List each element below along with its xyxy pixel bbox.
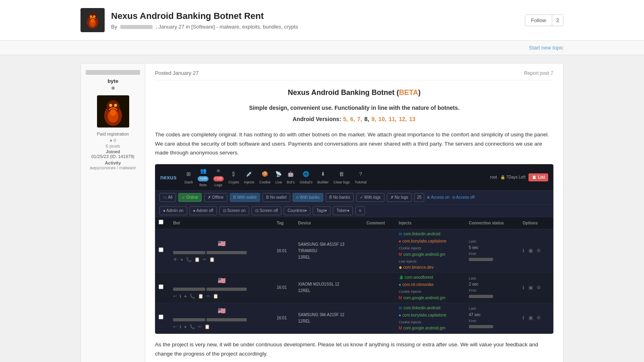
post-sidebar: byte Paid reg <box>81 64 145 362</box>
filter-access-on[interactable]: ⊕ Access on <box>427 194 449 201</box>
col-options: Options <box>519 217 553 229</box>
version-13: 13 <box>409 116 415 122</box>
filter-screen-off[interactable]: ⊡ Screen off <box>252 206 281 215</box>
options-icons[interactable]: ℹ ▣ ⚙ <box>522 315 542 321</box>
row3-connection: Last: 47 sec First: <box>466 303 520 333</box>
col-checkbox <box>155 217 170 229</box>
filter-tags[interactable]: Tags▾ <box>313 206 330 215</box>
row1-comment <box>363 229 395 273</box>
nav-crypto[interactable]: ₿ Crypto <box>229 170 239 185</box>
inject-cookie1: Cookie injects <box>399 245 462 251</box>
row3-tag: 16:01 <box>273 303 295 333</box>
nav-cookie[interactable]: 🍪 Cookie <box>259 170 270 185</box>
nav-clearlogs[interactable]: 🗑 Clear logs <box>334 170 350 185</box>
post-paragraph-1: The codes are completely original. It ha… <box>155 130 553 158</box>
filter-online[interactable]: ✓ Online <box>178 193 202 202</box>
online-indicator <box>111 86 115 90</box>
row1-tag: 16:01 <box>273 229 295 273</box>
nav-dash: ⊞ Dash <box>184 170 193 185</box>
logs-badge: +105 <box>213 176 224 181</box>
inject-nti: com.nti.ntimonike <box>402 282 434 288</box>
filter-no-banks[interactable]: B No banks <box>326 193 354 202</box>
bots-icon: 👥 <box>200 167 206 175</box>
nav-globals[interactable]: 🌐 Global's <box>299 170 312 185</box>
post-content: Nexus Android Banking Botnet (BETA) Simp… <box>155 87 553 359</box>
nav-bots2[interactable]: 🤖 Bot's <box>287 170 295 185</box>
row3-bot: 🇺🇸 ↩ ℹ ● 📞 ✏ 📋 <box>170 303 273 333</box>
row3-comment <box>363 303 395 333</box>
nav-bots[interactable]: 👥 +148 Bots <box>198 167 208 188</box>
row2-checkbox[interactable] <box>155 273 170 303</box>
days-left: 🔒 7Days Left <box>500 174 526 181</box>
inject-linkedin2: com.linkedin.android <box>403 305 440 311</box>
filter-menu[interactable]: ≡ <box>355 206 365 215</box>
version-12: 12, <box>399 116 407 122</box>
filter-with-logs[interactable]: ✓ With logs <box>356 193 384 202</box>
user-avatar <box>97 95 129 128</box>
page-wrapper: Nexus Android Banking Botnet Rent By , J… <box>0 0 644 362</box>
user-posts-count: ● 0 <box>110 138 116 143</box>
filter-admin-on[interactable]: ● Admin on <box>159 206 187 215</box>
filter-token[interactable]: Token▾ <box>333 206 353 215</box>
svg-point-12 <box>110 109 116 116</box>
nav-right-area: root 🔒 7Days Left 📋 List <box>490 173 548 181</box>
nav-live[interactable]: 📡 Live <box>275 170 282 185</box>
row3-checkbox[interactable] <box>155 303 170 333</box>
follow-label[interactable]: Follow <box>525 15 552 26</box>
nexus-logo: nexus <box>160 173 176 182</box>
filter-no-logs[interactable]: ✗ No logs <box>387 193 412 202</box>
report-post-button[interactable]: Report post ⤴ <box>524 70 553 76</box>
title-text: Nexus Android Banking Botnet ( <box>288 88 399 97</box>
col-device: Device <box>295 217 363 229</box>
list-button[interactable]: 📋 List <box>528 173 548 181</box>
filter-admin-off[interactable]: ● Admin off <box>190 206 217 215</box>
row1-checkbox[interactable] <box>155 229 170 273</box>
joined-date: 01/25/23 (ID: 141979) <box>91 154 134 159</box>
filter-offline[interactable]: ✗ Offline <box>204 193 227 202</box>
bot-id-blurred <box>173 251 205 254</box>
bots-label: Bots <box>199 182 206 188</box>
bots-table: Bot Tag Device Comment Injects Connectio… <box>155 217 553 333</box>
inject-linkedin: com.linkedin.android <box>403 231 440 237</box>
filter-num[interactable]: 25 <box>414 193 424 202</box>
botnet-screenshot: nexus ⊞ Dash 👥 +148 Bots <box>155 164 553 334</box>
start-new-topic-link[interactable]: Start new topic <box>529 45 564 51</box>
builder-label: Builder <box>318 179 329 185</box>
clearlogs-label: Clear logs <box>334 179 350 185</box>
flag-icon: 🇺🇸 <box>218 240 226 247</box>
options-icons[interactable]: ℹ ▣ ⚙ <box>522 248 542 253</box>
topic-avatar <box>80 8 105 32</box>
row1-connection: Last: 5 sec First: <box>466 229 520 273</box>
clearlogs-icon: 🗑 <box>339 170 344 179</box>
builder-icon: ⬇ <box>321 170 325 179</box>
filter-countries[interactable]: Countries▾ <box>284 206 310 215</box>
first-val-blurred <box>469 258 493 261</box>
filter-all[interactable]: ↑↓ All <box>159 193 176 202</box>
main-content: byte Paid reg <box>0 55 644 362</box>
options-icons[interactable]: ℹ ▣ ⚙ <box>522 285 542 290</box>
filter-with-wallet[interactable]: B With wallet <box>230 193 260 202</box>
nexus-topbar: nexus ⊞ Dash 👥 +148 Bots <box>155 165 553 191</box>
follow-button[interactable]: Follow 2 <box>525 14 564 26</box>
inject-gmail: com.google.android.gm <box>403 251 446 258</box>
live-icon: 📡 <box>275 170 282 179</box>
versions-label: Android Versions: <box>293 116 341 122</box>
nav-builder[interactable]: ⬇ Builder <box>318 170 329 185</box>
bots2-icon: 🤖 <box>287 170 294 179</box>
filter-with-banks[interactable]: ≡ With banks <box>293 193 323 202</box>
nav-tutorial[interactable]: ? Tutorial <box>355 170 367 185</box>
globals-label: Global's <box>299 179 312 185</box>
post-date: Posted January 27 <box>155 70 198 76</box>
filter-access-off[interactable]: ⊖ Access off <box>452 194 475 201</box>
filter-no-wallet[interactable]: B No wallet <box>262 193 290 202</box>
row2-bot: 🇺🇸 ↩ ℹ ● 📞 📋 ✏ 📋 <box>170 273 273 303</box>
version-6: 6, <box>350 116 355 122</box>
follow-count: 2 <box>552 15 563 26</box>
filter-screen-on[interactable]: ⊡ Screen on <box>219 206 249 215</box>
nav-logs[interactable]: ≡ +105 Logs <box>213 167 224 188</box>
bots2-label: Bot's <box>287 179 295 185</box>
inject-binance: com.binance.dev <box>403 264 434 271</box>
row3-options: ℹ ▣ ⚙ <box>519 303 553 333</box>
col-comment: Comment <box>363 217 395 229</box>
nav-injects[interactable]: 💉 Injects <box>244 170 254 185</box>
